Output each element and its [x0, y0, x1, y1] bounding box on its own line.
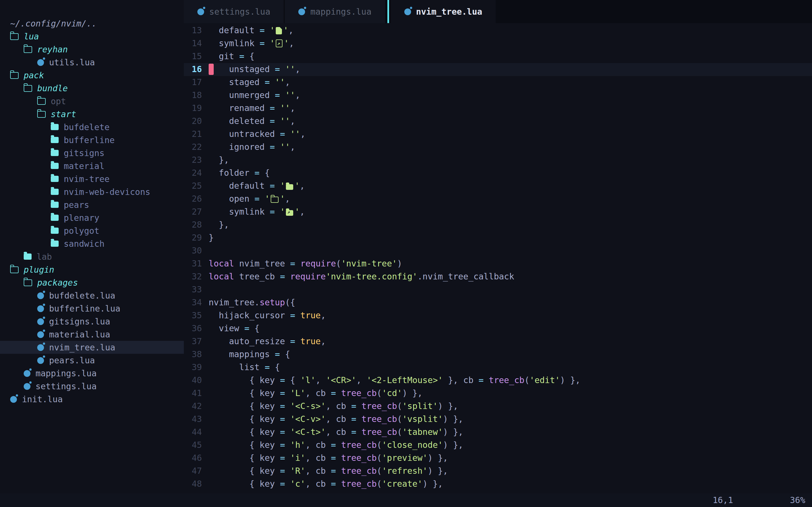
code-line-19[interactable]: 19 renamed = '',	[184, 102, 812, 115]
code-line-45[interactable]: 45 { key = 'h', cb = tree_cb('close_node…	[184, 439, 812, 452]
code-line-47[interactable]: 47 { key = 'R', cb = tree_cb('refresh') …	[184, 465, 812, 478]
lua-icon	[197, 8, 204, 15]
code-line-37[interactable]: 37 auto_resize = true,	[184, 335, 812, 348]
folder-icon	[24, 46, 32, 53]
editor[interactable]: 13 default = '',14 symlink = '',15 git =…	[184, 23, 812, 494]
tree-item-bufferline[interactable]: bufferline	[0, 133, 184, 147]
line-number: 46	[184, 452, 202, 465]
code-line-25[interactable]: 25 default = '',	[184, 180, 812, 193]
folder-icon	[10, 33, 18, 40]
tree-item-nvim-web-devicons[interactable]: nvim-web-devicons	[0, 185, 184, 198]
code-line-20[interactable]: 20 deleted = '',	[184, 115, 812, 128]
tree-item-lua[interactable]: lua	[0, 30, 184, 43]
code-line-41[interactable]: 41 { key = 'L', cb = tree_cb('cd') },	[184, 387, 812, 400]
code-line-32[interactable]: 32local tree_cb = require'nvim-tree.conf…	[184, 270, 812, 283]
code-line-38[interactable]: 38 mappings = {	[184, 348, 812, 361]
active-tab-separator	[388, 0, 389, 23]
code-line-18[interactable]: 18 unmerged = '',	[184, 89, 812, 102]
tree-item-plenary[interactable]: plenary	[0, 211, 184, 224]
tree-item-gitsigns.lua[interactable]: gitsigns.lua	[0, 315, 184, 328]
tree-item-pears[interactable]: pears	[0, 198, 184, 211]
folder-filled-icon	[24, 253, 32, 260]
line-number: 37	[184, 335, 202, 348]
code-line-43[interactable]: 43 { key = '<C-v>', cb = tree_cb('vsplit…	[184, 413, 812, 426]
code-line-17[interactable]: 17 staged = '',	[184, 76, 812, 89]
code-line-31[interactable]: 31local nvim_tree = require('nvim-tree')	[184, 258, 812, 270]
tree-item-label: gitsigns	[64, 148, 105, 158]
code-line-13[interactable]: 13 default = '',	[184, 24, 812, 37]
code-line-30[interactable]: 30	[184, 244, 812, 258]
code-line-27[interactable]: 27 symlink = '',	[184, 206, 812, 219]
lua-file-icon	[37, 344, 44, 351]
line-number: 20	[184, 115, 202, 128]
tree-item-settings.lua[interactable]: settings.lua	[0, 380, 184, 393]
tree-item-start[interactable]: start	[0, 108, 184, 121]
tab-nvim_tree.lua[interactable]: nvim_tree.lua	[391, 0, 496, 23]
tree-item-nvim_tree.lua[interactable]: nvim_tree.lua	[0, 341, 184, 354]
code-line-44[interactable]: 44 { key = '<C-t>', cb = tree_cb('tabnew…	[184, 426, 812, 439]
code-line-14[interactable]: 14 symlink = '',	[184, 37, 812, 50]
tree-item-sandwich[interactable]: sandwich	[0, 237, 184, 250]
tree-item-bufferline.lua[interactable]: bufferline.lua	[0, 302, 184, 315]
code-line-34[interactable]: 34nvim_tree.setup({	[184, 296, 812, 309]
tree-item-label: gitsigns.lua	[49, 316, 110, 327]
tree-item-label: polygot	[64, 226, 99, 236]
code-text: { key = '<C-t>', cb = tree_cb('tabnew') …	[209, 426, 463, 439]
tree-item-nvim-tree[interactable]: nvim-tree	[0, 172, 184, 185]
code-line-24[interactable]: 24 folder = {	[184, 167, 812, 180]
code-text: mappings = {	[209, 348, 290, 361]
code-line-39[interactable]: 39 list = {	[184, 361, 812, 374]
tab-settings.lua[interactable]: settings.lua	[184, 0, 284, 23]
code-line-35[interactable]: 35 hijack_cursor = true,	[184, 309, 812, 322]
tab-mappings.lua[interactable]: mappings.lua	[285, 0, 385, 23]
tree-item-plugin[interactable]: plugin	[0, 263, 184, 276]
tree-item-label: plugin	[24, 265, 54, 275]
tree-item-lab[interactable]: lab	[0, 250, 184, 263]
code-text: { key = 'i', cb = tree_cb('preview') },	[209, 452, 448, 465]
code-line-29[interactable]: 29}	[184, 231, 812, 244]
tree-item-label: pears	[64, 200, 89, 210]
tree-item-init.lua[interactable]: init.lua	[0, 393, 184, 406]
folder-filled-icon	[51, 202, 59, 208]
lua-icon	[299, 8, 305, 15]
tree-item-material.lua[interactable]: material.lua	[0, 328, 184, 341]
tree-item-bundle[interactable]: bundle	[0, 82, 184, 95]
tree-item-label: mappings.lua	[36, 368, 97, 378]
tree-item-packages[interactable]: packages	[0, 276, 184, 289]
tree-item-bufdelete[interactable]: bufdelete	[0, 121, 184, 133]
tree-item-mappings.lua[interactable]: mappings.lua	[0, 367, 184, 380]
code-line-22[interactable]: 22 ignored = '',	[184, 141, 812, 154]
folder-filled-icon	[51, 176, 59, 182]
code-line-15[interactable]: 15 git = {	[184, 50, 812, 63]
tree-item-gitsigns[interactable]: gitsigns	[0, 147, 184, 159]
code-text: { key = 'h', cb = tree_cb('close_node') …	[209, 439, 463, 452]
tree-item-reyhan[interactable]: reyhan	[0, 43, 184, 56]
code-line-26[interactable]: 26 open = '',	[184, 193, 812, 206]
code-line-21[interactable]: 21 untracked = '',	[184, 128, 812, 141]
code-line-42[interactable]: 42 { key = '<C-s>', cb = tree_cb('split'…	[184, 400, 812, 413]
tree-item-~/.config/nvim/..[interactable]: ~/.config/nvim/..	[0, 17, 184, 30]
code-line-40[interactable]: 40 { key = { 'l', '<CR>', '<2-LeftMouse>…	[184, 374, 812, 387]
tree-item-polygot[interactable]: polygot	[0, 224, 184, 237]
tab-bar: settings.luamappings.luanvim_tree.lua	[184, 0, 812, 23]
folder-filled-icon	[51, 150, 59, 156]
lua-file-icon	[37, 59, 44, 66]
code-line-36[interactable]: 36 view = {	[184, 322, 812, 335]
folder-icon	[286, 184, 294, 190]
code-line-16[interactable]: 16 unstaged = '',	[184, 63, 812, 76]
line-number: 15	[184, 50, 202, 63]
tree-item-material[interactable]: material	[0, 159, 184, 172]
tree-item-utils.lua[interactable]: utils.lua	[0, 56, 184, 69]
code-line-23[interactable]: 23 },	[184, 154, 812, 167]
tree-item-pears.lua[interactable]: pears.lua	[0, 354, 184, 367]
code-text: staged = '',	[209, 76, 290, 89]
folderopen-icon	[271, 196, 279, 203]
tree-item-label: reyhan	[37, 44, 68, 54]
tree-item-opt[interactable]: opt	[0, 95, 184, 108]
tree-item-bufdelete.lua[interactable]: bufdelete.lua	[0, 289, 184, 302]
code-line-46[interactable]: 46 { key = 'i', cb = tree_cb('preview') …	[184, 452, 812, 465]
code-line-48[interactable]: 48 { key = 'c', cb = tree_cb('create') }…	[184, 478, 812, 491]
tree-item-pack[interactable]: pack	[0, 69, 184, 82]
code-line-28[interactable]: 28 },	[184, 219, 812, 231]
code-line-33[interactable]: 33	[184, 283, 812, 296]
